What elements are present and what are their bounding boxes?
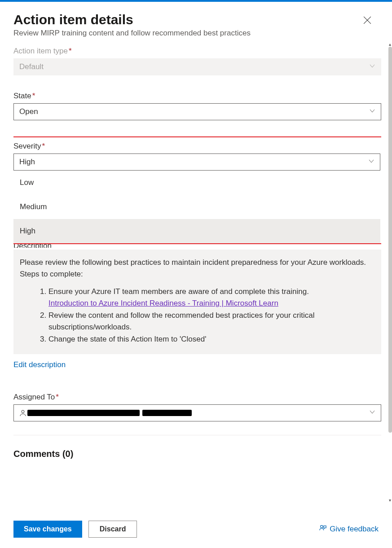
feedback-icon (319, 524, 327, 535)
required-indicator: * (42, 142, 45, 150)
assigned-to-field: Assigned To* (13, 393, 381, 421)
person-icon (19, 408, 26, 417)
required-indicator: * (56, 393, 59, 401)
description-step-3: Change the state of this Action Item to … (48, 333, 375, 345)
svg-point-3 (321, 525, 323, 527)
close-button[interactable] (361, 14, 373, 27)
edit-description-link[interactable]: Edit description (13, 360, 66, 369)
scrollbar-thumb[interactable] (388, 47, 392, 433)
svg-point-2 (22, 410, 24, 413)
redacted-name-2 (142, 410, 192, 416)
state-dropdown[interactable]: Open (13, 103, 381, 120)
action-item-type-field: Action item type* Default (13, 47, 381, 75)
severity-options-list: Low Medium High (13, 171, 380, 243)
dropdown-value: Default (19, 62, 44, 71)
page-title: Action item details (13, 12, 133, 28)
give-feedback-link[interactable]: Give feedback (319, 524, 379, 535)
severity-label: Severity* (13, 142, 380, 151)
chevron-down-icon (369, 62, 375, 71)
severity-option-medium[interactable]: Medium (13, 195, 380, 219)
form-scroll-area: Action item type* Default State* Open (13, 47, 381, 504)
severity-option-high[interactable]: High (13, 219, 380, 243)
training-link[interactable]: Introduction to Azure Incident Readiness… (48, 299, 278, 307)
save-button[interactable]: Save changes (13, 521, 82, 538)
description-box: Please review the following best practic… (13, 250, 381, 354)
dropdown-value: High (19, 158, 35, 167)
description-step-2: Review the content and follow the recomm… (48, 310, 375, 333)
label-text: Severity (13, 142, 41, 150)
description-intro: Please review the following best practic… (20, 257, 375, 280)
close-icon (363, 19, 371, 26)
footer-bar: Save changes Discard Give feedback (0, 510, 392, 548)
assigned-to-input[interactable] (13, 404, 381, 421)
assigned-to-label: Assigned To* (13, 393, 381, 402)
scroll-down-arrow-icon[interactable]: ▾ (388, 498, 392, 503)
chevron-down-icon (369, 107, 375, 116)
label-text: Assigned To (13, 393, 55, 401)
severity-dropdown[interactable]: High (13, 153, 380, 171)
redacted-name (27, 410, 140, 416)
required-indicator: * (32, 92, 35, 100)
section-divider (13, 435, 381, 435)
required-indicator: * (69, 47, 72, 55)
severity-highlight-box: Severity* High Low Medium High (13, 136, 381, 244)
label-text: Action item type (13, 47, 68, 55)
action-item-type-label: Action item type* (13, 47, 381, 56)
severity-field: Severity* High Low Medium High (13, 142, 380, 243)
scroll-up-arrow-icon[interactable]: ▴ (388, 42, 392, 47)
severity-option-low[interactable]: Low (13, 171, 380, 195)
comments-heading: Comments (0) (13, 449, 381, 459)
step-text: Ensure your Azure IT team members are aw… (48, 287, 309, 296)
action-item-panel: Action item details Review MIRP training… (0, 2, 392, 504)
discard-button[interactable]: Discard (88, 521, 137, 538)
state-field: State* Open (13, 92, 381, 120)
state-label: State* (13, 92, 381, 101)
action-item-type-dropdown: Default (13, 58, 381, 75)
scrollbar[interactable] (388, 47, 392, 451)
label-text: State (13, 92, 31, 100)
description-step-1: Ensure your Azure IT team members are aw… (48, 286, 375, 309)
feedback-label: Give feedback (330, 525, 379, 534)
page-subtitle: Review MIRP training content and follow … (13, 29, 378, 38)
chevron-down-icon (369, 408, 375, 417)
dropdown-value: Open (19, 107, 38, 116)
chevron-down-icon (368, 158, 374, 167)
